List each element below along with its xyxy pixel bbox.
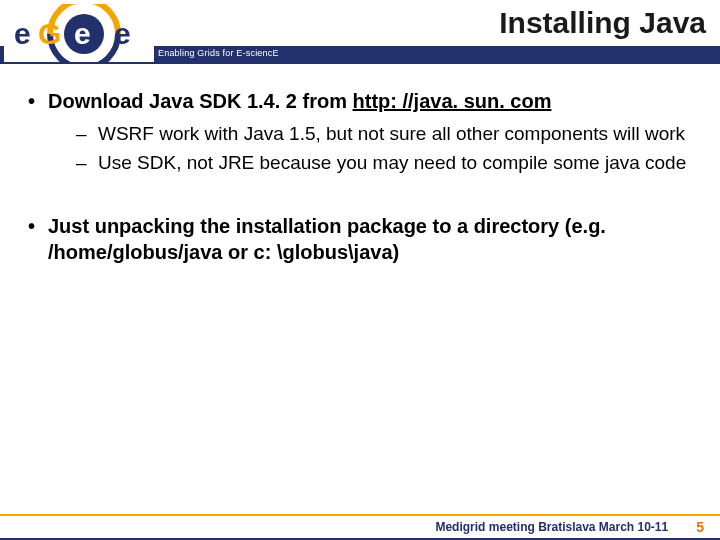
bullet-list-2: Just unpacking the installation package … xyxy=(24,213,696,265)
footer-right: Medigrid meeting Bratislava March 10-11 … xyxy=(400,516,720,538)
spacer xyxy=(24,193,696,213)
header: Installing Java Enabling Grids for E-sci… xyxy=(0,0,720,64)
page-number: 5 xyxy=(696,519,704,535)
sub-bullet-list: WSRF work with Java 1.5, but not sure al… xyxy=(76,122,696,175)
bullet-list: Download Java SDK 1.4. 2 from http: //ja… xyxy=(24,88,696,175)
logo-letter-g: G xyxy=(38,17,61,50)
header-tagline: Enabling Grids for E-sciencE xyxy=(158,48,279,58)
footer-meeting-text: Medigrid meeting Bratislava March 10-11 xyxy=(435,520,668,534)
logo-letter-e3: e xyxy=(114,17,131,50)
slide-title: Installing Java xyxy=(499,6,706,40)
sub-bullet-wsrf: WSRF work with Java 1.5, but not sure al… xyxy=(76,122,696,147)
slide: Installing Java Enabling Grids for E-sci… xyxy=(0,0,720,540)
content-body: Download Java SDK 1.4. 2 from http: //ja… xyxy=(0,64,720,265)
footer: Medigrid meeting Bratislava March 10-11 … xyxy=(0,514,720,540)
logo-letter-e1: e xyxy=(14,17,31,50)
bullet-download: Download Java SDK 1.4. 2 from http: //ja… xyxy=(24,88,696,175)
java-download-link[interactable]: http: //java. sun. com xyxy=(353,90,552,112)
bullet-download-text: Download Java SDK 1.4. 2 from xyxy=(48,90,353,112)
logo-letter-e2: e xyxy=(74,17,91,50)
bullet-unpack: Just unpacking the installation package … xyxy=(24,213,696,265)
sub-bullet-sdk: Use SDK, not JRE because you may need to… xyxy=(76,151,696,176)
egee-logo: e G e e xyxy=(4,4,154,62)
